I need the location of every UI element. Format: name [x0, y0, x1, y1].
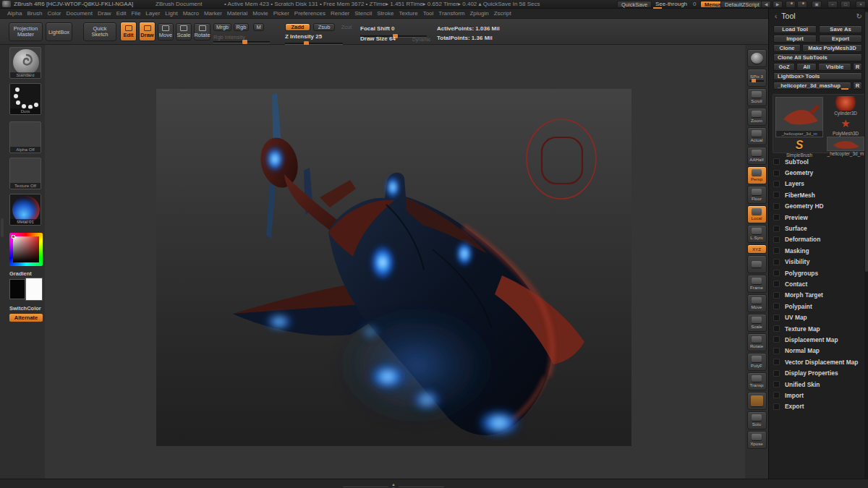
edit-button[interactable]: Edit — [120, 22, 137, 41]
save-as-button[interactable]: Save As — [819, 25, 862, 33]
menu-item[interactable]: Marker — [204, 10, 222, 17]
goz-visible-button[interactable]: Visible — [818, 63, 851, 71]
tray-scrollbar[interactable] — [864, 9, 868, 479]
right-shelf-move-button[interactable]: Move — [747, 294, 767, 312]
menu-item[interactable]: Brush — [27, 10, 42, 17]
right-shelf-polyf-button[interactable]: PolyF — [747, 353, 767, 371]
rgb-button[interactable]: Rgb — [234, 23, 249, 31]
load-tool-button[interactable]: Load Tool — [773, 25, 817, 33]
right-shelf-actual-button[interactable]: Actual — [747, 127, 767, 145]
section-expand-icon[interactable] — [773, 226, 780, 232]
menu-item[interactable]: Picker — [273, 10, 289, 17]
draw-button[interactable]: Draw — [139, 22, 156, 41]
tool-section-row[interactable]: Geometry — [769, 167, 863, 178]
goz-r-button[interactable]: R — [853, 63, 862, 71]
clone-button[interactable]: Clone — [773, 44, 801, 52]
tool-section-row[interactable]: Layers — [769, 179, 863, 189]
menu-item[interactable]: Layer — [145, 10, 160, 17]
section-expand-icon[interactable] — [773, 359, 780, 365]
menu-item[interactable]: Zscript — [494, 10, 511, 17]
section-expand-icon[interactable] — [773, 381, 780, 388]
bottom-tray-divider[interactable]: ▲▼ — [343, 483, 444, 488]
tray-expand-icon[interactable]: ▲▼ — [391, 483, 395, 488]
menu-item[interactable]: Tool — [423, 10, 434, 17]
goz-all-button[interactable]: All — [796, 63, 817, 71]
right-shelf-floor-button[interactable]: Floor — [747, 186, 767, 204]
section-expand-icon[interactable] — [773, 348, 780, 354]
menu-item[interactable]: Preferences — [294, 10, 326, 17]
section-expand-icon[interactable] — [773, 259, 780, 265]
clone-all-subtools-button[interactable]: Clone All SubTools — [773, 53, 862, 61]
menu-item[interactable]: Alpha — [7, 10, 22, 17]
right-shelf-transp-button[interactable]: Transp — [747, 372, 767, 390]
tool-section-row[interactable]: Unified Skin — [769, 379, 863, 390]
import-button[interactable]: Import — [773, 35, 817, 43]
lightbox-tools-button[interactable]: Lightbox> Tools — [773, 72, 862, 80]
tool-section-row[interactable]: Polygroups — [769, 267, 863, 278]
right-shelf-solo-button[interactable]: Solo — [747, 411, 767, 429]
rgb-intensity-slider[interactable]: Rgb Intensity — [213, 34, 245, 40]
section-expand-icon[interactable] — [773, 303, 780, 309]
tool-thumb-cylinder3d[interactable]: Cylinder3D — [827, 96, 864, 116]
menu-item[interactable]: Draw — [98, 10, 111, 17]
mrgb-button[interactable]: Mrgb — [213, 23, 231, 31]
tool-name-slider-handle[interactable] — [841, 88, 848, 90]
tool-thumb-simplebrush[interactable]: S SimpleBrush — [775, 138, 823, 158]
tool-section-row[interactable]: Polypaint — [769, 301, 863, 312]
tool-section-row[interactable]: Contact — [769, 278, 863, 289]
tool-section-row[interactable]: Visibility — [769, 257, 863, 267]
menu-item[interactable]: File — [131, 10, 140, 17]
section-expand-icon[interactable] — [773, 270, 780, 276]
canvas-area[interactable] — [45, 45, 745, 479]
goz-button[interactable]: GoZ — [773, 63, 795, 71]
tool-section-row[interactable]: Vector Displacement Map — [769, 356, 863, 367]
right-shelf-aahalf-button[interactable]: AAHalf — [747, 147, 767, 165]
tool-section-row[interactable]: Masking — [769, 245, 863, 256]
right-shelf-see-button[interactable] — [747, 255, 767, 273]
tool-section-row[interactable]: Preview — [769, 212, 863, 223]
right-shelf-xpose-button[interactable]: Xpose — [747, 431, 767, 449]
menu-item[interactable]: Material — [227, 10, 247, 17]
close-icon[interactable]: × — [856, 1, 866, 8]
color-saturation-square[interactable] — [13, 236, 39, 262]
current-stroke-thumbnail[interactable]: Dots — [9, 83, 41, 115]
zadd-button[interactable]: Zadd — [285, 23, 310, 31]
document-viewport[interactable] — [156, 89, 631, 446]
minimize-icon[interactable]: – — [827, 1, 838, 8]
tool-section-row[interactable]: SubTool — [769, 156, 863, 167]
color-picker[interactable] — [9, 233, 43, 266]
right-shelf-spix-button[interactable]: SPix 3 — [747, 69, 767, 87]
menu-item[interactable]: Document — [67, 10, 93, 17]
quick-sketch-button[interactable]: Quick Sketch — [83, 22, 116, 41]
make-polymesh3d-button[interactable]: Make PolyMesh3D — [802, 44, 862, 52]
rgb-intensity-track[interactable] — [213, 41, 270, 43]
collapse-tray-icon[interactable]: ‹ — [775, 12, 777, 20]
menu-item[interactable]: Movie — [252, 10, 268, 17]
menu-item[interactable]: Stencil — [354, 10, 372, 17]
active-tool-thumbnail[interactable]: _helicopter_3d_m — [775, 97, 823, 137]
see-through-slider[interactable]: See-through — [655, 1, 687, 7]
projection-master-button[interactable]: Projection Master — [9, 22, 43, 41]
tool-thumb-helicopter[interactable]: _helicopter_3d_m — [827, 137, 864, 156]
section-expand-icon[interactable] — [773, 336, 780, 343]
right-shelf-scroll-button[interactable]: Scroll — [747, 88, 767, 106]
move-button[interactable]: Move — [158, 23, 174, 40]
section-expand-icon[interactable] — [773, 170, 780, 176]
right-shelf-frame-button[interactable]: Frame — [747, 275, 767, 293]
right-shelf-bpr-button[interactable] — [747, 49, 767, 67]
dynamic-button[interactable]: Dynamic — [412, 37, 430, 42]
prev-palette-icon[interactable]: ◀ — [761, 1, 771, 8]
tool-section-row[interactable]: Geometry HD — [769, 201, 863, 212]
section-expand-icon[interactable] — [773, 158, 780, 165]
menu-item[interactable]: Texture — [399, 10, 417, 17]
right-shelf-rotate-button[interactable]: Rotate — [747, 333, 767, 351]
tool-section-row[interactable]: Display Properties — [769, 367, 863, 378]
palette-cycle-icon[interactable]: ↻ — [856, 12, 862, 20]
tool-section-row[interactable]: Surface — [769, 223, 863, 234]
gradient-label[interactable]: Gradient — [9, 270, 32, 277]
tool-section-row[interactable]: Deformation — [769, 234, 863, 245]
tool-section-row[interactable]: Export — [769, 401, 863, 412]
tool-section-row[interactable]: UV Map — [769, 312, 863, 322]
tool-name-slider[interactable]: _helicopter_3d_mashup — [773, 82, 851, 90]
right-shelf-zoom-button[interactable]: Zoom — [747, 108, 767, 126]
